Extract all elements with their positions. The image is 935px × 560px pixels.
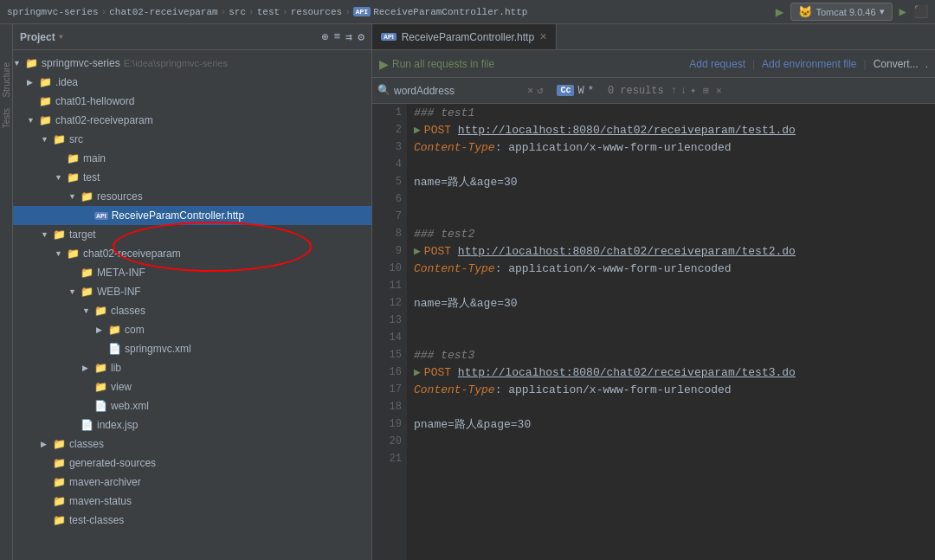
tree-item-7[interactable]: ▼📁test <box>13 168 371 187</box>
search-input[interactable] <box>394 85 524 97</box>
tree-item-23[interactable]: 📁maven-archiver <box>13 473 371 492</box>
sidebar-icons: ⊕ ≡ ⇉ ⚙ <box>322 30 364 44</box>
run-all-button[interactable]: ▶ Run all requests in file <box>379 57 494 71</box>
run-arrow[interactable]: ▶ <box>414 365 421 379</box>
breadcrumb-item-2[interactable]: chat02-receiveparam <box>109 7 217 17</box>
folder-icon: 📁 <box>67 152 80 164</box>
code-line-10: Content-Type: application/x-www-form-url… <box>414 260 935 277</box>
search-clear-icon[interactable]: ✕ <box>527 84 533 97</box>
tree-arrow: ▼ <box>82 306 94 315</box>
folder-icon: 📁 <box>94 381 107 393</box>
tree-label: chat01-helloword <box>55 95 134 107</box>
run-arrow[interactable]: ▶ <box>414 123 421 137</box>
sidebar-header: Project ▾ ⊕ ≡ ⇉ ⚙ <box>13 24 371 50</box>
breadcrumb-item-4[interactable]: test <box>257 7 280 17</box>
tree-label: lib <box>111 362 121 374</box>
api-file-icon: API <box>94 212 108 220</box>
build-run-icon[interactable]: ▶ <box>900 4 906 19</box>
tree-item-2[interactable]: ▶📁.idea <box>13 73 371 92</box>
comment-text: ### test3 <box>414 349 474 362</box>
tree-label: springmvc-series <box>42 57 120 69</box>
breadcrumb-item-6[interactable]: ReceiveParamController.http <box>373 7 527 17</box>
line-number-13: 13 <box>372 312 402 329</box>
search-add-icon[interactable]: ⊞ <box>703 85 709 96</box>
folder-icon: 📁 <box>53 438 66 450</box>
tree-item-18[interactable]: 📁view <box>13 377 371 396</box>
side-tab-tests[interactable]: Tests <box>0 105 13 132</box>
code-line-9: ▶POST http://localhost:8080/chat02/recei… <box>414 242 935 260</box>
breadcrumb-item-5[interactable]: resources <box>291 7 342 17</box>
settings-icon[interactable]: ⚙ <box>358 30 364 44</box>
run-icon[interactable]: ▶ <box>776 3 784 21</box>
tree-item-8[interactable]: ▼📁resources <box>13 187 371 206</box>
tree-item-14[interactable]: ▼📁classes <box>13 301 371 320</box>
code-line-18 <box>414 398 935 415</box>
tab-receiveparam[interactable]: API ReceiveParamController.http ✕ <box>372 24 557 49</box>
tree-item-16[interactable]: 📄springmvc.xml <box>13 339 371 358</box>
code-line-8: ### test2 <box>414 225 935 242</box>
run-arrow[interactable]: ▶ <box>414 244 421 258</box>
tomcat-button[interactable]: 🐱 Tomcat 9.0.46 ▾ <box>790 3 892 21</box>
tree-item-12[interactable]: 📁META-INF <box>13 263 371 282</box>
tree-item-19[interactable]: 📄web.xml <box>13 396 371 415</box>
folder-icon: 📁 <box>53 457 66 469</box>
body-text: name=路人&age=30 <box>414 174 518 190</box>
method-text: POST <box>424 366 451 379</box>
folder-icon: 📁 <box>53 495 66 507</box>
line-number-9: 9 <box>372 242 402 260</box>
tree-item-25[interactable]: 📁test-classes <box>13 511 371 530</box>
line-number-5: 5 <box>372 173 402 190</box>
align-icon[interactable]: ≡ <box>334 30 341 44</box>
search-prev-icon[interactable]: ↑ <box>671 85 677 97</box>
collapse-icon[interactable]: ⇉ <box>345 30 352 44</box>
tree-label: target <box>69 229 96 241</box>
header-value: : application/x-www-form-urlencoded <box>495 383 732 396</box>
breadcrumb-item-3[interactable]: src <box>229 7 246 17</box>
search-refresh-icon[interactable]: ↺ <box>537 84 543 97</box>
search-case-sensitive[interactable]: Cc <box>557 85 574 96</box>
folder-icon: 📁 <box>81 267 94 279</box>
tree-label: classes <box>111 305 145 317</box>
tree-item-5[interactable]: ▼📁src <box>13 130 371 149</box>
tree-arrow: ▶ <box>82 364 94 372</box>
convert-link[interactable]: Convert... <box>874 58 919 70</box>
sep4: › <box>282 7 288 17</box>
tree-item-20[interactable]: 📄index.jsp <box>13 415 371 434</box>
tab-close-button[interactable]: ✕ <box>539 31 547 42</box>
tree-item-11[interactable]: ▼📁chat02-receiveparam <box>13 244 371 263</box>
tree-item-17[interactable]: ▶📁lib <box>13 358 371 377</box>
search-word[interactable]: W <box>577 85 584 97</box>
tree-item-22[interactable]: 📁generated-sources <box>13 454 371 473</box>
code-line-1: ### test1 <box>414 104 935 121</box>
line-number-6: 6 <box>372 190 402 208</box>
tree-item-13[interactable]: ▼📁WEB-INF <box>13 282 371 301</box>
folder-icon: 📁 <box>39 95 52 107</box>
tree-item-21[interactable]: ▶📁classes <box>13 434 371 454</box>
jsp-icon: 📄 <box>81 419 94 431</box>
search-next-icon[interactable]: ↓ <box>680 85 687 97</box>
convert-ellipsis: . <box>925 58 928 70</box>
add-env-link[interactable]: Add environment file <box>762 58 856 70</box>
space <box>451 245 458 258</box>
tree-item-3[interactable]: 📁chat01-helloword <box>13 92 371 111</box>
tree-item-9[interactable]: APIReceiveParamController.http <box>13 206 371 225</box>
tree-label: index.jsp <box>97 419 138 431</box>
tree-label: test-classes <box>69 514 124 526</box>
tree-item-4[interactable]: ▼📁chat02-receiveparam <box>13 111 371 130</box>
tree-item-1[interactable]: ▼📁springmvc-seriesE:\idea\springmvc-seri… <box>13 54 371 73</box>
tree-item-24[interactable]: 📁maven-status <box>13 492 371 511</box>
add-request-link[interactable]: Add request <box>689 58 745 70</box>
editor-area[interactable]: 123456789101112131415161718192021 ### te… <box>372 104 935 560</box>
search-close-icon[interactable]: ✕ <box>716 85 722 96</box>
breadcrumb-item-1[interactable]: springmvc-series <box>7 7 99 17</box>
search-star2[interactable]: ✦ <box>690 84 696 97</box>
scope-icon[interactable]: ⊕ <box>322 30 329 44</box>
tree-item-15[interactable]: ▶📁com <box>13 320 371 339</box>
tree-arrow: ▶ <box>96 325 108 334</box>
stop-icon[interactable]: ⬛ <box>913 4 928 19</box>
code-line-2: ▶POST http://localhost:8080/chat02/recei… <box>414 121 935 138</box>
side-tab-structure[interactable]: Structure <box>0 59 13 101</box>
search-regex[interactable]: * <box>588 85 594 97</box>
tree-item-10[interactable]: ▼📁target <box>13 225 371 244</box>
tree-item-6[interactable]: 📁main <box>13 149 371 168</box>
